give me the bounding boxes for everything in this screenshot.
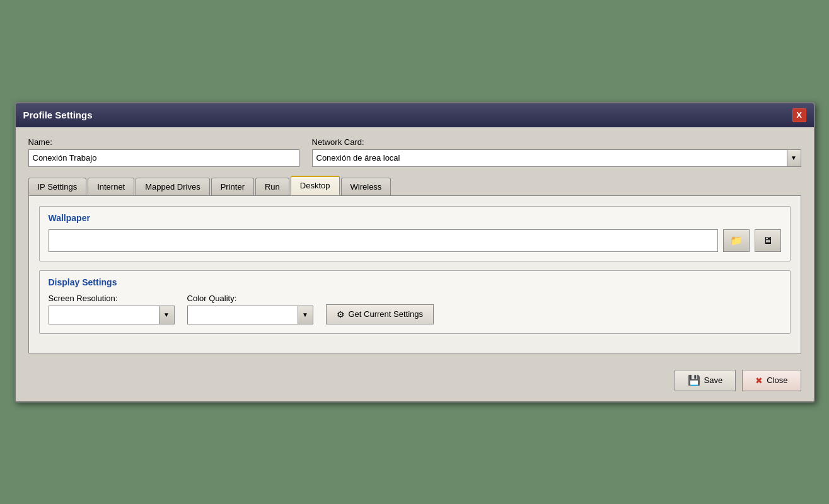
tab-printer[interactable]: Printer xyxy=(211,178,254,195)
wallpaper-browse-button[interactable] xyxy=(723,229,750,252)
wallpaper-input[interactable] xyxy=(49,229,718,252)
save-button[interactable]: Save xyxy=(675,370,736,391)
wallpaper-row xyxy=(49,229,781,252)
footer: Save Close xyxy=(16,364,814,401)
tab-internet[interactable]: Internet xyxy=(88,178,134,195)
wallpaper-section: Wallpaper xyxy=(39,206,791,261)
tab-mapped-drives[interactable]: Mapped Drives xyxy=(136,178,209,195)
resolution-label: Screen Resolution: xyxy=(49,294,175,303)
gear-icon xyxy=(337,309,345,319)
tab-desktop-content: Wallpaper Display Settings Screen Reso xyxy=(28,195,801,353)
resolution-arrow[interactable]: ▼ xyxy=(159,306,174,324)
color-quality-arrow[interactable]: ▼ xyxy=(298,306,313,324)
dialog-body: Name: Network Card: Conexión de área loc… xyxy=(16,127,814,364)
network-card-arrow[interactable]: ▼ xyxy=(787,150,801,166)
network-card-value: Conexión de área local xyxy=(313,151,787,164)
name-label: Name: xyxy=(28,137,299,147)
tab-desktop[interactable]: Desktop xyxy=(291,176,340,195)
top-form-row: Name: Network Card: Conexión de área loc… xyxy=(28,137,801,167)
monitor-icon xyxy=(763,234,773,247)
color-quality-select[interactable]: ▼ xyxy=(187,306,313,324)
resolution-group: Screen Resolution: ▼ xyxy=(49,294,175,324)
dialog-title: Profile Settings xyxy=(23,110,93,120)
name-group: Name: xyxy=(28,137,299,167)
folder-icon xyxy=(730,234,743,247)
tabs-container: IP Settings Internet Mapped Drives Print… xyxy=(28,176,801,195)
tab-run[interactable]: Run xyxy=(255,178,289,195)
save-icon xyxy=(688,374,700,386)
get-current-settings-label: Get Current Settings xyxy=(349,309,424,319)
color-quality-label: Color Quality: xyxy=(187,294,313,303)
close-label: Close xyxy=(767,375,787,385)
title-bar: Profile Settings X xyxy=(16,103,814,127)
color-quality-value xyxy=(188,313,298,317)
close-red-icon xyxy=(755,375,763,386)
close-button[interactable]: Close xyxy=(742,370,801,391)
network-card-group: Network Card: Conexión de área local ▼ xyxy=(312,137,801,167)
title-close-button[interactable]: X xyxy=(792,108,806,122)
tab-ip-settings[interactable]: IP Settings xyxy=(28,178,87,195)
get-current-settings-button[interactable]: Get Current Settings xyxy=(326,304,434,324)
display-settings-title: Display Settings xyxy=(49,277,781,287)
wallpaper-preview-button[interactable] xyxy=(755,229,781,252)
network-card-select[interactable]: Conexión de área local ▼ xyxy=(312,149,801,167)
profile-settings-dialog: Profile Settings X Name: Network Card: C… xyxy=(14,102,815,403)
network-card-label: Network Card: xyxy=(312,137,801,147)
save-label: Save xyxy=(704,375,723,385)
color-quality-group: Color Quality: ▼ xyxy=(187,294,313,324)
resolution-select[interactable]: ▼ xyxy=(49,306,175,324)
wallpaper-section-title: Wallpaper xyxy=(49,213,781,223)
display-settings-row: Screen Resolution: ▼ Color Quality: ▼ xyxy=(49,294,781,324)
name-input[interactable] xyxy=(28,149,299,167)
resolution-value xyxy=(49,313,159,317)
tab-wireless[interactable]: Wireless xyxy=(341,178,391,195)
display-settings-section: Display Settings Screen Resolution: ▼ Co… xyxy=(39,270,791,334)
